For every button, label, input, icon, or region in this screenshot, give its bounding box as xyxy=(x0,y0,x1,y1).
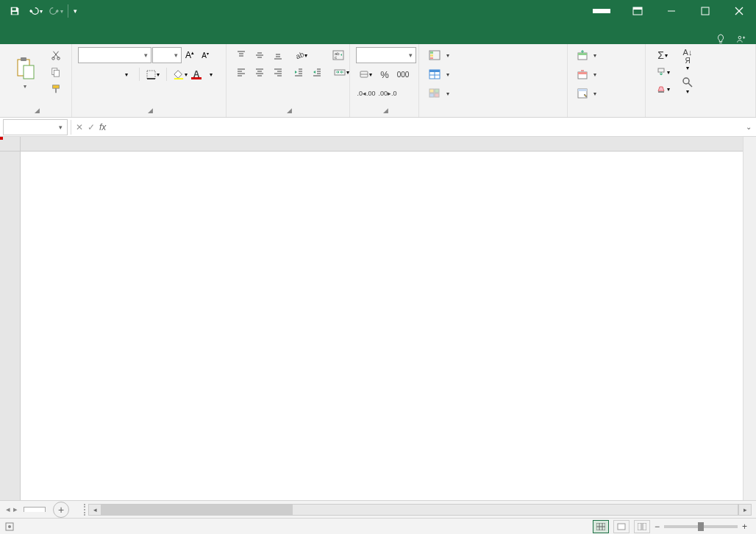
decrease-font-icon[interactable]: A▾ xyxy=(198,47,213,63)
font-dialog-launcher[interactable]: ◢ xyxy=(148,107,153,114)
zoom-slider[interactable] xyxy=(664,525,738,528)
enter-formula-icon[interactable]: ✓ xyxy=(88,122,95,132)
align-middle-icon[interactable] xyxy=(251,47,268,63)
bold-button[interactable] xyxy=(78,66,96,82)
format-cells-button[interactable]: ▾ xyxy=(574,85,639,102)
normal-view-icon[interactable] xyxy=(593,520,609,533)
hscroll-left-icon[interactable]: ◂ xyxy=(88,504,101,516)
autosum-icon[interactable]: Σ▾ xyxy=(652,47,674,63)
redo-icon[interactable]: ▾ xyxy=(46,0,66,22)
svg-rect-71 xyxy=(578,72,587,74)
group-font: ▾ ▾ A▴ A▾ ▾ ▾ ▾ A▾ ◢ xyxy=(72,44,227,117)
paste-button[interactable]: ▾ xyxy=(6,47,44,99)
orientation-icon[interactable]: ab▾ xyxy=(290,47,312,63)
add-sheet-button[interactable]: + xyxy=(53,502,69,518)
insert-cells-button[interactable]: ▾ xyxy=(574,47,639,63)
accounting-format-icon[interactable]: ▾ xyxy=(356,66,375,82)
number-format-combo[interactable]: ▾ xyxy=(356,47,416,63)
svg-rect-13 xyxy=(54,70,59,76)
copy-icon[interactable] xyxy=(47,64,65,80)
svg-rect-16 xyxy=(147,71,155,79)
page-break-view-icon[interactable] xyxy=(634,520,650,533)
expand-formula-bar-icon[interactable]: ⌄ xyxy=(741,123,756,131)
conditional-formatting-button[interactable]: ▾ xyxy=(425,47,561,63)
alignment-dialog-launcher[interactable]: ◢ xyxy=(287,107,292,114)
zoom-in-button[interactable]: + xyxy=(742,521,747,532)
cell-styles-button[interactable]: ▾ xyxy=(425,85,561,102)
name-box[interactable]: ▾ xyxy=(3,119,68,135)
align-top-icon[interactable] xyxy=(232,47,250,63)
find-select-icon[interactable]: ▾ xyxy=(677,73,699,98)
cut-icon[interactable] xyxy=(47,47,65,63)
increase-font-icon[interactable]: A▴ xyxy=(182,47,197,63)
qat-customize-icon[interactable]: ▾ xyxy=(70,0,80,22)
format-painter-icon[interactable] xyxy=(47,81,65,97)
ribbon-options-icon[interactable] xyxy=(621,0,655,22)
sheet-tab[interactable] xyxy=(24,507,46,512)
wrap-text-icon[interactable]: abc xyxy=(329,47,348,63)
page-layout-view-icon[interactable] xyxy=(613,520,630,533)
vertical-scrollbar[interactable] xyxy=(743,137,756,500)
fill-color-icon[interactable]: ▾ xyxy=(169,66,191,82)
svg-rect-14 xyxy=(53,85,60,88)
hscroll-right-icon[interactable]: ▸ xyxy=(738,504,752,516)
format-as-table-button[interactable]: ▾ xyxy=(425,66,561,82)
font-size-combo[interactable]: ▾ xyxy=(152,47,182,63)
underline-button[interactable]: ▾ xyxy=(115,66,137,82)
spreadsheet-grid[interactable] xyxy=(0,137,756,500)
maximize-icon[interactable] xyxy=(688,0,722,22)
svg-rect-19 xyxy=(191,77,202,79)
login-button[interactable] xyxy=(593,9,610,13)
svg-rect-3 xyxy=(702,7,709,15)
svg-rect-8 xyxy=(21,57,26,61)
borders-icon[interactable]: ▾ xyxy=(142,66,164,82)
macro-record-icon[interactable] xyxy=(4,521,15,532)
increase-decimal-icon[interactable]: .0◂.00 xyxy=(356,85,377,102)
clear-icon[interactable]: ▾ xyxy=(652,81,674,97)
svg-point-6 xyxy=(738,36,741,39)
italic-button[interactable] xyxy=(96,66,114,82)
cells-area[interactable] xyxy=(21,152,743,500)
formula-bar: ▾ ✕ ✓ fx ⌄ xyxy=(0,118,756,137)
delete-cells-button[interactable]: ▾ xyxy=(574,66,639,82)
svg-rect-18 xyxy=(174,78,182,79)
font-name-combo[interactable]: ▾ xyxy=(78,47,151,63)
cancel-formula-icon[interactable]: ✕ xyxy=(76,122,83,132)
svg-text:ab: ab xyxy=(295,50,304,60)
sheet-next-icon[interactable]: ▸ xyxy=(13,505,18,514)
share-button[interactable] xyxy=(736,35,749,44)
svg-rect-58 xyxy=(430,54,433,57)
fill-icon[interactable]: ▾ xyxy=(652,64,674,80)
comma-style-icon[interactable]: 000 xyxy=(394,66,412,82)
sheet-prev-icon[interactable]: ◂ xyxy=(6,505,10,514)
svg-rect-76 xyxy=(658,91,664,93)
formula-input[interactable] xyxy=(110,119,741,135)
decrease-indent-icon[interactable] xyxy=(290,64,307,80)
percent-icon[interactable]: % xyxy=(376,66,393,82)
status-bar: − + xyxy=(0,518,756,534)
select-all-corner[interactable] xyxy=(0,137,21,152)
clipboard-dialog-launcher[interactable]: ◢ xyxy=(35,107,40,114)
align-left-icon[interactable] xyxy=(232,64,250,80)
sort-filter-icon[interactable]: A↓Я▾ xyxy=(677,47,699,72)
group-cells: ▾ ▾ ▾ xyxy=(568,44,646,117)
align-right-icon[interactable] xyxy=(269,64,287,80)
tell-me-icon[interactable] xyxy=(716,34,729,44)
close-icon[interactable] xyxy=(722,0,756,22)
align-bottom-icon[interactable] xyxy=(269,47,287,63)
group-styles: ▾ ▾ ▾ xyxy=(419,44,568,117)
number-dialog-launcher[interactable]: ◢ xyxy=(383,107,388,114)
save-icon[interactable] xyxy=(4,0,25,22)
decrease-decimal-icon[interactable]: .00▸.0 xyxy=(377,85,398,102)
sheet-tab-bar: ◂ ▸ + ◂ ▸ xyxy=(0,500,756,518)
svg-rect-85 xyxy=(618,524,625,530)
insert-function-icon[interactable]: fx xyxy=(99,122,106,132)
svg-rect-67 xyxy=(435,93,439,97)
undo-icon[interactable]: ▾ xyxy=(25,0,46,22)
horizontal-scrollbar[interactable]: ◂ ▸ xyxy=(84,504,756,516)
minimize-icon[interactable] xyxy=(655,0,688,22)
zoom-out-button[interactable]: − xyxy=(655,521,660,532)
align-center-icon[interactable] xyxy=(251,64,268,80)
font-color-icon[interactable]: A▾ xyxy=(192,66,214,82)
increase-indent-icon[interactable] xyxy=(308,64,326,80)
